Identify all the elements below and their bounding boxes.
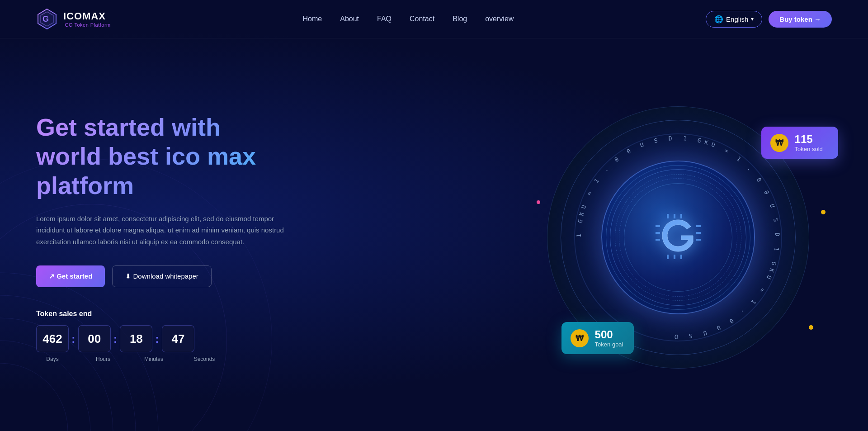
- download-label: ⬇ Download whitepaper: [125, 272, 198, 280]
- svg-rect-17: [656, 239, 660, 241]
- label-minutes: Minutes: [137, 356, 170, 362]
- countdown-values: 462 : 00 : 18 : 47: [36, 325, 285, 352]
- chevron-down-icon: ▾: [751, 16, 754, 22]
- buy-token-button[interactable]: Buy token →: [769, 11, 832, 28]
- token-sold-icon: ₩: [770, 134, 788, 152]
- logo[interactable]: G ICOMAX ICO Token Platform: [36, 8, 111, 30]
- hero-buttons: ↗ Get started ⬇ Download whitepaper: [36, 265, 285, 287]
- countdown-sep-1: :: [71, 332, 75, 346]
- svg-rect-11: [680, 214, 682, 218]
- logo-icon: G: [36, 8, 58, 30]
- countdown-hours: 00: [78, 325, 111, 352]
- hero-title: Get started with world best ico max plat…: [36, 113, 285, 200]
- coin-inner: [601, 161, 755, 314]
- svg-rect-13: [674, 255, 675, 259]
- label-days: Days: [36, 356, 69, 362]
- svg-rect-10: [674, 214, 675, 218]
- countdown-minutes: 18: [120, 325, 152, 352]
- get-started-label: ↗ Get started: [49, 272, 92, 280]
- svg-rect-15: [656, 225, 660, 227]
- label-hours: Hours: [87, 356, 119, 362]
- nav-blog[interactable]: Blog: [453, 15, 467, 23]
- hero-section: Get started with world best ico max plat…: [0, 38, 868, 427]
- countdown-days: 462: [36, 325, 69, 352]
- nav-right: 🌐 English ▾ Buy token →: [706, 11, 832, 28]
- svg-rect-20: [696, 239, 701, 241]
- token-goal-number: 500: [595, 328, 623, 341]
- g-symbol: [649, 207, 708, 268]
- countdown-labels: Days Hours Minutes Seconds: [36, 356, 285, 362]
- language-selector[interactable]: 🌐 English ▾: [706, 11, 762, 28]
- language-label: English: [726, 15, 748, 23]
- hero-description: Lorem ipsum dolor sit amet, consectetur …: [36, 213, 285, 248]
- nav-links: Home About FAQ Contact Blog overview: [303, 15, 514, 23]
- countdown: 462 : 00 : 18 : 47 Days Hours Minutes Se…: [36, 325, 285, 362]
- countdown-sep-3: :: [155, 332, 159, 346]
- nav-home[interactable]: Home: [303, 15, 322, 23]
- countdown-sep-2: :: [113, 332, 118, 346]
- hero-left: Get started with world best ico max plat…: [36, 113, 285, 363]
- hero-right: 1 GKU = 1 . 0 0 U S D 1 GKU = 1 . 0 0 U …: [524, 84, 832, 391]
- token-goal-text: 500 Token goal: [595, 328, 623, 348]
- token-sold-badge: ₩ 115 Token sold: [761, 127, 838, 159]
- globe-icon: 🌐: [714, 15, 723, 24]
- nav-about[interactable]: About: [340, 15, 359, 23]
- svg-rect-16: [656, 232, 660, 234]
- dot-yellow: [821, 210, 826, 214]
- token-goal-label: Token goal: [595, 341, 623, 348]
- token-goal-icon: ₩: [571, 329, 589, 347]
- token-sold-text: 115 Token sold: [795, 133, 823, 152]
- token-sales-section: Token sales end 462 : 00 : 18 : 47 Days …: [36, 310, 285, 362]
- svg-rect-9: [667, 214, 669, 218]
- brand-name: ICOMAX: [63, 10, 111, 22]
- token-sold-number: 115: [795, 133, 823, 146]
- svg-text:G: G: [42, 14, 49, 24]
- svg-rect-19: [696, 232, 701, 234]
- dot-pink: [537, 200, 540, 204]
- buy-token-label: Buy token →: [779, 15, 821, 23]
- get-started-button[interactable]: ↗ Get started: [36, 265, 105, 287]
- svg-rect-14: [680, 255, 682, 259]
- download-whitepaper-button[interactable]: ⬇ Download whitepaper: [112, 265, 211, 287]
- svg-rect-18: [696, 225, 701, 227]
- navbar: G ICOMAX ICO Token Platform Home About F…: [0, 0, 868, 38]
- brand-subtitle: ICO Token Platform: [63, 22, 111, 28]
- svg-rect-12: [667, 255, 669, 259]
- logo-text: ICOMAX ICO Token Platform: [63, 10, 111, 28]
- countdown-seconds: 47: [162, 325, 194, 352]
- token-sales-label: Token sales end: [36, 310, 285, 318]
- nav-overview[interactable]: overview: [485, 15, 514, 23]
- token-goal-badge: ₩ 500 Token goal: [561, 322, 634, 354]
- label-seconds: Seconds: [188, 356, 221, 362]
- token-sold-label: Token sold: [795, 146, 823, 152]
- nav-contact[interactable]: Contact: [410, 15, 434, 23]
- dot-yellow-bottom: [809, 325, 813, 330]
- nav-faq[interactable]: FAQ: [377, 15, 392, 23]
